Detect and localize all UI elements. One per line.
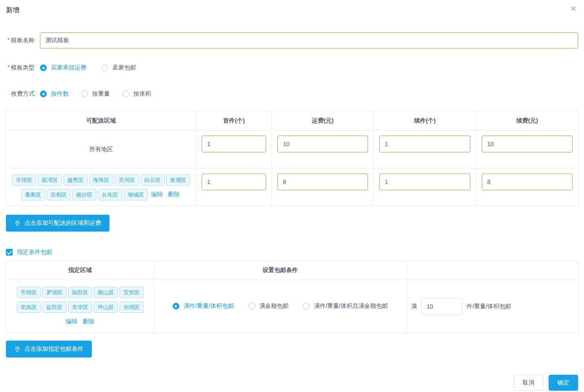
table-row-all-areas: 所有地区 [6, 131, 579, 168]
district-tag: 增城区 [124, 189, 148, 200]
condition-row-shenzhen-districts: 市辖区罗湖区福田区南山区宝安区龙岗区盐田区龙华区坪山区光明区编辑删除 满件/重量… [6, 280, 579, 333]
col-header-freight: 运费(元) [272, 111, 374, 131]
add-template-dialog: 新增 ✕ *模板名称 *模板类型 买家承担运费 卖家包邮 收费方式 按件数 [0, 0, 584, 392]
radio-qty-and-amount-free[interactable]: 满件/重量/体积且满金额包邮 [303, 302, 388, 310]
radio-by-volume[interactable]: 按体积 [123, 90, 151, 98]
condition-table-header-row: 指定区域 设置包邮条件 [6, 261, 579, 280]
district-tag: 罗湖区 [43, 287, 67, 298]
district-tag: 花都区 [47, 189, 71, 200]
next-fee-input[interactable] [482, 173, 573, 190]
required-asterisk: * [8, 64, 10, 70]
district-tag: 黄埔区 [166, 174, 190, 186]
add-delivery-area-button[interactable]: 点击添加可配送的区域和运费 [6, 215, 109, 232]
required-asterisk: * [8, 37, 10, 43]
table-row-guangzhou-districts: 市辖区荔湾区越秀区海珠区天河区白云区黄埔区番禺区花都区南沙区从化区增城区编辑删除 [6, 168, 579, 206]
first-qty-input[interactable] [202, 173, 266, 190]
template-name-input[interactable] [40, 32, 578, 48]
shipping-table-header-row: 可配送区域 首件(个) 运费(元) 续件(个) 续费(元) [6, 111, 579, 131]
radio-qty-weight-volume-free[interactable]: 满件/重量/体积包邮 [173, 302, 234, 310]
freight-input[interactable] [277, 136, 368, 152]
radio-selected-icon [40, 64, 47, 71]
district-tag: 番禺区 [21, 189, 45, 200]
checkbox-checked-icon[interactable] [6, 249, 13, 256]
condition-district-tags-cell: 市辖区罗湖区福田区南山区宝安区龙岗区盐田区龙华区坪山区光明区编辑删除 [6, 280, 154, 333]
district-tag: 福田区 [68, 287, 92, 298]
district-tag: 南沙区 [72, 189, 96, 200]
free-shipping-condition-table: 指定区域 设置包邮条件 市辖区罗湖区福田区南山区宝安区龙岗区盐田区龙华区坪山区光… [6, 261, 579, 333]
template-type-label: *模板类型 [6, 64, 35, 72]
dialog-title: 新增 [6, 6, 578, 14]
radio-by-piece[interactable]: 按件数 [40, 90, 69, 98]
district-tag: 白云区 [141, 174, 165, 186]
district-tag: 宝安区 [120, 287, 144, 298]
district-tag: 海珠区 [89, 174, 113, 186]
district-tag: 光明区 [120, 301, 144, 313]
district-tag: 越秀区 [64, 174, 88, 186]
col-header-set-condition: 设置包邮条件 [154, 261, 407, 280]
district-tag: 南山区 [94, 287, 118, 298]
condition-type-cell: 满件/重量/体积包邮 满金额包邮 满件/重量/体积且满金额包邮 [154, 280, 407, 333]
col-header-first-qty: 首件(个) [196, 111, 272, 131]
district-tag: 荔湾区 [38, 174, 62, 186]
conditional-free-shipping-row: 指定条件包邮 [6, 248, 578, 256]
radio-unselected-icon [248, 303, 255, 309]
district-tag: 坪山区 [94, 301, 118, 313]
charge-method-row: 收费方式 按件数 按重量 按体积 [6, 90, 578, 98]
radio-unselected-icon [81, 91, 88, 97]
radio-selected-icon [40, 91, 47, 97]
charge-method-label: 收费方式 [6, 90, 35, 98]
district-tags-cell: 市辖区荔湾区越秀区海珠区天河区白云区黄埔区番禺区花都区南沙区从化区增城区编辑删除 [6, 168, 196, 206]
col-header-specified-area: 指定区域 [6, 261, 154, 280]
area-all-regions: 所有地区 [6, 131, 196, 168]
radio-by-weight[interactable]: 按重量 [81, 90, 110, 98]
col-header-next-qty: 续件(个) [374, 111, 476, 131]
delete-link[interactable]: 删除 [168, 191, 180, 197]
district-tag: 龙岗区 [17, 301, 41, 313]
confirm-button[interactable]: 确定 [549, 375, 578, 391]
district-tag: 从化区 [98, 189, 122, 200]
next-qty-input[interactable] [379, 136, 470, 152]
location-pin-icon [14, 346, 21, 352]
radio-selected-icon [173, 303, 179, 309]
edit-link[interactable]: 编辑 [66, 318, 77, 325]
dialog-footer: 取消 确定 [6, 375, 578, 391]
district-tag: 龙华区 [68, 301, 92, 313]
threshold-prefix: 满 [411, 303, 417, 310]
radio-buyer-pays-shipping[interactable]: 买家承担运费 [40, 64, 86, 72]
location-pin-icon [14, 220, 21, 227]
radio-seller-free-shipping[interactable]: 卖家包邮 [101, 64, 136, 72]
col-header-empty [407, 261, 579, 280]
template-type-row: *模板类型 买家承担运费 卖家包邮 [6, 64, 578, 72]
district-tag: 天河区 [115, 174, 139, 186]
shipping-fee-table: 可配送区域 首件(个) 运费(元) 续件(个) 续费(元) 所有地区 市辖区荔湾… [6, 111, 579, 206]
first-qty-input[interactable] [202, 136, 266, 152]
radio-unselected-icon [101, 64, 108, 71]
next-fee-input[interactable] [482, 136, 573, 152]
radio-amount-free[interactable]: 满金额包邮 [248, 302, 289, 310]
next-qty-input[interactable] [379, 173, 470, 190]
district-tag: 市辖区 [17, 287, 41, 298]
add-free-shipping-condition-button[interactable]: 点击添加指定包邮条件 [6, 341, 92, 357]
template-name-label: *模板名称 [6, 37, 35, 44]
col-header-next-fee: 续费(元) [476, 111, 579, 131]
cancel-button[interactable]: 取消 [514, 375, 543, 391]
edit-link[interactable]: 编辑 [151, 191, 163, 197]
district-tag: 市辖区 [12, 174, 36, 186]
col-header-delivery-area: 可配送区域 [6, 111, 196, 131]
conditional-free-shipping-label[interactable]: 指定条件包邮 [17, 248, 52, 256]
template-name-row: *模板名称 [6, 32, 578, 48]
delete-link[interactable]: 删除 [83, 318, 94, 325]
threshold-value-input[interactable] [421, 298, 462, 315]
radio-unselected-icon [303, 303, 309, 309]
freight-input[interactable] [277, 173, 368, 190]
close-icon[interactable]: ✕ [569, 4, 578, 13]
threshold-suffix: 件/重量/体积包邮 [467, 303, 511, 310]
district-tag: 盐田区 [43, 301, 67, 313]
radio-unselected-icon [123, 91, 129, 97]
condition-threshold-cell: 满 件/重量/体积包邮 [407, 280, 579, 333]
